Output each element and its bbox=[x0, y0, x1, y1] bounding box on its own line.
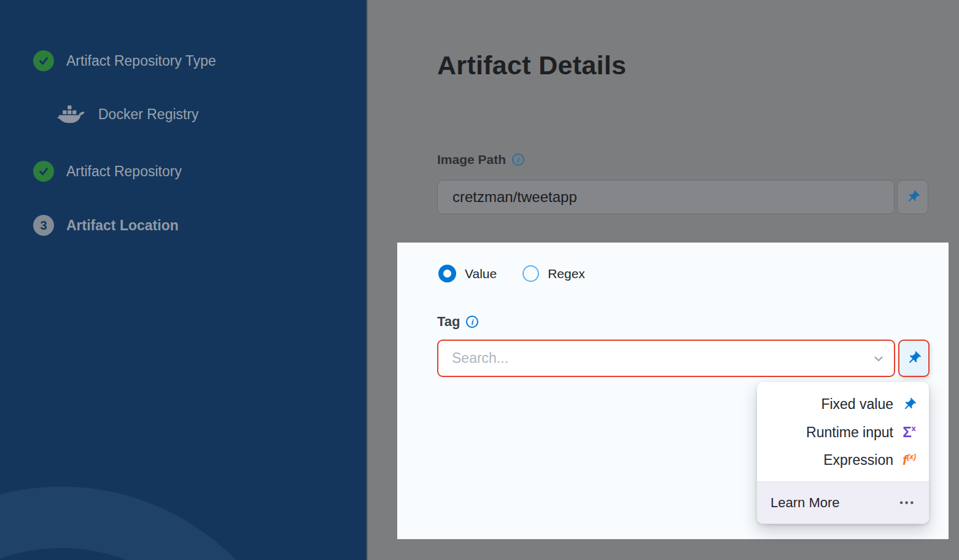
step-label: Artifact Repository Type bbox=[66, 53, 216, 69]
docker-whale-icon bbox=[56, 103, 88, 126]
step-label: Artifact Location bbox=[66, 217, 179, 234]
image-path-input[interactable]: cretzman/tweetapp bbox=[437, 180, 895, 214]
more-options-icon[interactable]: ••• bbox=[899, 497, 915, 508]
input-type-dropdown-menu: Fixed value Runtime input Σx Expression … bbox=[757, 382, 929, 524]
pin-icon-button[interactable] bbox=[898, 340, 930, 377]
tag-select-wrap bbox=[437, 340, 895, 377]
sidebar-item-artifact-repository[interactable]: Artifact Repository bbox=[33, 160, 182, 182]
sidebar-item-artifact-repository-type[interactable]: Artifact Repository Type bbox=[33, 50, 216, 72]
wizard-sidebar: Artifact Repository Type Docker Registry… bbox=[0, 0, 367, 560]
sidebar-item-artifact-location[interactable]: 3 Artifact Location bbox=[33, 214, 179, 236]
radio-selected-icon[interactable] bbox=[438, 265, 456, 282]
tag-label: Tag bbox=[437, 314, 460, 330]
info-icon[interactable]: i bbox=[512, 154, 524, 166]
tag-search-input[interactable] bbox=[437, 340, 895, 377]
menu-footer: Learn More ••• bbox=[757, 481, 929, 524]
tag-field-group bbox=[437, 340, 930, 377]
page-title: Artifact Details bbox=[437, 50, 626, 80]
radio-value-label: Value bbox=[465, 266, 497, 281]
radio-regex-label: Regex bbox=[548, 266, 585, 281]
check-circle-icon bbox=[33, 161, 54, 182]
menu-item-fixed-value[interactable]: Fixed value bbox=[757, 391, 929, 418]
menu-item-label: Runtime input bbox=[806, 424, 893, 441]
menu-item-label: Expression bbox=[823, 452, 893, 469]
radio-value[interactable]: Value bbox=[438, 265, 497, 282]
sidebar-item-docker-registry[interactable]: Docker Registry bbox=[56, 103, 199, 125]
image-path-label-row: Image Path i bbox=[437, 152, 524, 167]
step-label: Docker Registry bbox=[98, 106, 199, 123]
main-content: Artifact Details Image Path i cretzman/t… bbox=[367, 0, 959, 560]
step-number-badge: 3 bbox=[33, 215, 54, 236]
pin-icon bbox=[901, 397, 918, 412]
menu-item-label: Fixed value bbox=[821, 396, 893, 413]
fx-icon: f(x) bbox=[901, 453, 918, 469]
sigma-icon: Σx bbox=[901, 424, 918, 441]
step-label: Artifact Repository bbox=[66, 163, 182, 180]
learn-more-link[interactable]: Learn More bbox=[771, 495, 840, 511]
tag-label-row: Tag i bbox=[437, 314, 478, 330]
check-circle-icon bbox=[33, 50, 54, 71]
radio-regex[interactable]: Regex bbox=[522, 265, 585, 282]
menu-item-runtime-input[interactable]: Runtime input Σx bbox=[757, 418, 929, 446]
info-icon[interactable]: i bbox=[466, 316, 478, 328]
image-path-label: Image Path bbox=[437, 152, 506, 167]
tag-type-radio-group: Value Regex bbox=[438, 265, 585, 282]
radio-unselected-icon[interactable] bbox=[522, 265, 539, 282]
image-path-field-group: cretzman/tweetapp bbox=[437, 180, 928, 214]
chevron-down-icon[interactable] bbox=[872, 352, 885, 365]
menu-item-expression[interactable]: Expression f(x) bbox=[757, 446, 929, 474]
menu-item-list: Fixed value Runtime input Σx Expression … bbox=[757, 382, 929, 481]
pin-icon-button[interactable] bbox=[897, 180, 928, 214]
